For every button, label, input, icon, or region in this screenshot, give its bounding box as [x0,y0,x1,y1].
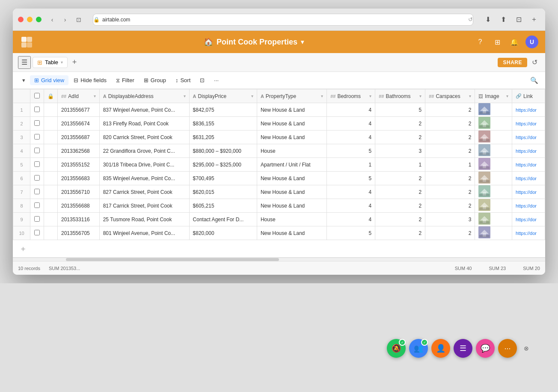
address-cell[interactable]: 301/18 Tribeca Drive, Point C... [99,158,189,172]
row-checkbox[interactable] [34,161,40,167]
proptype-cell[interactable]: Apartment / Unit / Flat [257,158,326,172]
bedrooms-header[interactable]: ## Bedrooms ▾ [327,89,375,103]
checkbox-header[interactable] [30,89,44,103]
row-checkbox[interactable] [34,120,40,126]
user-avatar[interactable]: U [525,36,538,48]
bedrooms-cell[interactable]: 5 [327,172,375,185]
share-icon[interactable]: ⬆ [497,14,509,26]
bathrooms-cell[interactable]: 2 [375,185,425,199]
bedrooms-cell[interactable]: 5 [327,144,375,158]
link-cell[interactable]: https://dor [512,226,545,240]
adid-cell[interactable]: 2013362568 [58,144,100,158]
maximize-button[interactable] [36,17,42,22]
carspaces-cell[interactable]: 2 [425,185,475,199]
price-cell[interactable]: $880,000 – $920,000 [189,144,257,158]
link-cell[interactable]: https://dor [512,144,545,158]
price-cell[interactable]: $295,000 – $325,000 [189,158,257,172]
adid-cell[interactable]: 2013556683 [58,172,100,185]
bathrooms-cell[interactable]: 3 [375,144,425,158]
carspaces-cell[interactable]: 3 [425,213,475,226]
row-checkbox-cell[interactable] [30,172,44,185]
help-icon[interactable]: ? [474,36,486,48]
download-icon[interactable]: ⬇ [482,14,494,26]
link-cell[interactable]: https://dor [512,213,545,226]
filter-button[interactable]: ⧖ Filter [112,75,139,86]
table-row[interactable]: 6 2013556683 835 Winjeel Avenue, Point C… [13,172,545,185]
search-button[interactable]: 🔍 [528,74,540,86]
bedrooms-cell[interactable]: 5 [327,226,375,240]
sort-button[interactable]: ↕ Sort [171,75,195,85]
carspaces-cell[interactable]: 2 [425,103,475,117]
horizontal-scrollbar[interactable] [13,258,545,261]
table-row[interactable]: 4 2013362568 22 Grandiflora Grove, Point… [13,144,545,158]
image-cell[interactable] [475,103,512,117]
row-checkbox[interactable] [34,230,40,235]
proptype-cell[interactable]: House [257,213,326,226]
bedrooms-cell[interactable]: 4 [327,213,375,226]
grid-icon[interactable]: ⊞ [491,36,503,48]
minimize-button[interactable] [27,17,33,22]
table-row[interactable]: 3 2013556687 820 Carrick Street, Point C… [13,131,545,144]
adid-cell[interactable]: 2013555152 [58,158,100,172]
row-checkbox-cell[interactable] [30,226,44,240]
bathrooms-cell[interactable]: 2 [375,226,425,240]
adid-cell[interactable]: 2013556687 [58,131,100,144]
row-checkbox[interactable] [34,134,40,140]
bathrooms-cell[interactable]: 5 [375,103,425,117]
image-cell[interactable] [475,131,512,144]
carspaces-cell[interactable]: 2 [425,117,475,131]
table-row[interactable]: 2 2013556674 813 Firefly Road, Point Coo… [13,117,545,131]
link-header[interactable]: 🔗 Link [512,89,545,103]
bedrooms-cell[interactable]: 1 [327,158,375,172]
link-cell[interactable]: https://dor [512,158,545,172]
carspaces-cell[interactable]: 2 [425,144,475,158]
image-header[interactable]: 🖼 Image ▾ [475,89,512,103]
adid-cell[interactable]: 2013556705 [58,226,100,240]
bedrooms-cell[interactable]: 4 [327,117,375,131]
row-checkbox-cell[interactable] [30,144,44,158]
proptype-cell[interactable]: House [257,144,326,158]
image-cell[interactable] [475,185,512,199]
bathrooms-header[interactable]: ## Bathrooms ▾ [375,89,425,103]
address-header[interactable]: A DisplayableAddress ▾ [99,89,189,103]
adid-cell[interactable]: 2013533116 [58,213,100,226]
carspaces-cell[interactable]: 2 [425,172,475,185]
bell-icon[interactable]: 🔔 [508,36,520,48]
row-checkbox[interactable] [34,189,40,194]
proptype-cell[interactable]: New House & Land [257,103,326,117]
carspaces-cell[interactable]: 2 [425,199,475,213]
bathrooms-cell[interactable]: 2 [375,117,425,131]
price-cell[interactable]: $700,495 [189,172,257,185]
image-cell[interactable] [475,199,512,213]
table-row[interactable]: 10 2013556705 801 Winjeel Avenue, Point … [13,226,545,240]
link-cell[interactable]: https://dor [512,103,545,117]
forward-button[interactable]: › [59,15,71,24]
address-cell[interactable]: 25 Tusmore Road, Point Cook [99,213,189,226]
bathrooms-cell[interactable]: 2 [375,199,425,213]
image-cell[interactable] [475,117,512,131]
url-bar[interactable]: 🔒 airtable.com ↺ [93,14,473,26]
address-cell[interactable]: 817 Carrick Street, Point Cook [99,199,189,213]
price-cell[interactable]: $620,015 [189,185,257,199]
add-tab-button[interactable]: + [69,57,80,68]
row-checkbox-cell[interactable] [30,131,44,144]
address-cell[interactable]: 813 Firefly Road, Point Cook [99,117,189,131]
select-all-checkbox[interactable] [34,93,40,98]
bedrooms-cell[interactable]: 4 [327,185,375,199]
price-cell[interactable]: $842,075 [189,103,257,117]
link-cell[interactable]: https://dor [512,172,545,185]
toolbar-refresh-button[interactable]: ↺ [529,57,540,68]
table-row[interactable]: 9 2013533116 25 Tusmore Road, Point Cook… [13,213,545,226]
price-cell[interactable]: $836,155 [189,117,257,131]
table-row[interactable]: 7 2013556710 827 Carrick Street, Point C… [13,185,545,199]
dropdown-arrow[interactable]: ▾ [301,39,304,45]
address-cell[interactable]: 820 Carrick Street, Point Cook [99,131,189,144]
row-checkbox[interactable] [34,175,40,181]
link-cell[interactable]: https://dor [512,185,545,199]
price-cell[interactable]: Contact Agent For D... [189,213,257,226]
image-cell[interactable] [475,144,512,158]
link-cell[interactable]: https://dor [512,199,545,213]
add-row-button[interactable]: ＋ [16,242,30,255]
image-cell[interactable] [475,158,512,172]
row-checkbox[interactable] [34,216,40,222]
